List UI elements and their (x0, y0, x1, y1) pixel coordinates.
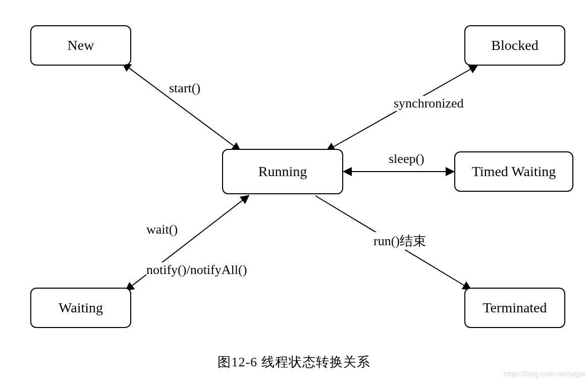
edge-label-synchronized: synchronized (394, 96, 464, 111)
edge-label-wait: wait() (146, 222, 178, 237)
diagram-stage: New Blocked Running Timed Waiting Waitin… (0, 0, 588, 381)
edge-label-run-end: run()结束 (373, 232, 426, 250)
node-timed-waiting-label: Timed Waiting (472, 164, 556, 180)
edge-label-sleep: sleep() (389, 151, 424, 167)
node-blocked-label: Blocked (491, 37, 538, 53)
node-waiting: Waiting (30, 288, 131, 328)
edge-new-running (123, 64, 240, 150)
node-waiting-label: Waiting (59, 300, 103, 316)
figure-caption: 图12-6 线程状态转换关系 (0, 353, 588, 371)
node-blocked: Blocked (464, 25, 565, 66)
node-running-label: Running (258, 164, 307, 180)
node-timed-waiting: Timed Waiting (454, 151, 573, 192)
watermark: https://blog.csdn.net/aajjw (504, 370, 585, 378)
edge-label-notify: notify()/notifyAll() (146, 262, 247, 278)
node-new: New (30, 25, 131, 66)
node-new-label: New (68, 37, 94, 53)
node-running: Running (222, 149, 343, 194)
node-terminated: Terminated (464, 288, 565, 328)
edge-label-start: start() (169, 81, 200, 96)
node-terminated-label: Terminated (483, 300, 547, 316)
